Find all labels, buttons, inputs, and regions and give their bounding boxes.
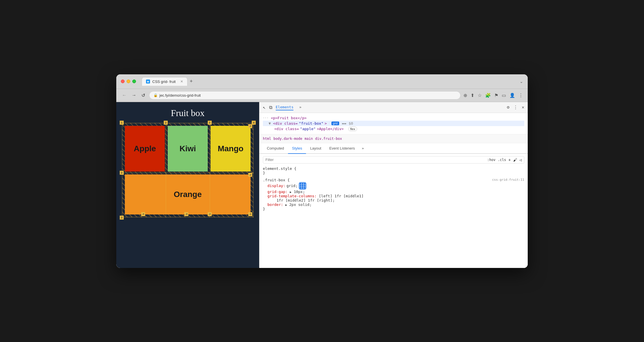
tab-close-button[interactable]: ✕ [180, 79, 183, 83]
expand-arrow[interactable]: ▼ [269, 121, 271, 126]
tab-styles[interactable]: Styles [288, 143, 306, 154]
more-icon[interactable]: ⋮ [513, 105, 518, 110]
display-val: grid; [287, 184, 298, 188]
tab-title: CSS grid- fruit [152, 79, 176, 84]
browser-tab[interactable]: ◉ CSS grid- fruit ✕ [142, 77, 187, 86]
css-rule-element-style: element.style { } [263, 166, 524, 175]
flag-icon[interactable]: ⚑ [494, 93, 498, 98]
flex-badge[interactable]: flex [348, 127, 357, 131]
breadcrumb-body[interactable]: body.dark-mode [273, 137, 302, 141]
grid-num-neg-3: -1 [248, 212, 252, 216]
grid-num-neg-1: -1 [248, 124, 252, 128]
refresh-button[interactable]: ↺ [140, 92, 146, 99]
fruit-box-selector[interactable]: .fruit-box { [263, 178, 290, 182]
css-source-link[interactable]: css-grid-fruit:11 [492, 178, 524, 182]
new-tab-button[interactable]: + [190, 78, 193, 84]
border-val: ▶ 2px solid; [285, 202, 312, 207]
forward-button[interactable]: → [131, 92, 137, 99]
cast-icon[interactable]: ▭ [502, 93, 506, 98]
tab-layout[interactable]: Layout [306, 143, 325, 154]
fruit-grid: Apple Kiwi Mango Orange [122, 123, 253, 217]
html-tree-line-2[interactable]: ▼ <div class= "fruit-box" > grid == $0 [263, 121, 524, 126]
more-options-icon[interactable]: ⋮ [519, 93, 523, 98]
devtools-panel: ↖ ⧉ Elements » ⚙ ⋮ ✕ ··· <p>Fruit box</p… [259, 102, 528, 268]
grid-num-top-2: 2 [164, 121, 168, 125]
css-rule-close: } [263, 171, 524, 175]
cursor-icon[interactable]: ↖ [263, 105, 266, 110]
grid-num-left-3: 3 [120, 216, 124, 220]
css-rule-selector-line: element.style { [263, 166, 524, 171]
share-icon[interactable]: ⬆ [471, 93, 474, 98]
mango-cell: Mango [211, 126, 251, 172]
maximize-button[interactable] [132, 79, 136, 83]
border-prop[interactable]: border: [267, 202, 283, 207]
breadcrumb-fruit-box[interactable]: div.fruit-box [315, 137, 342, 141]
close-button[interactable] [121, 79, 125, 83]
grid-icon [300, 183, 305, 189]
expand-dots[interactable]: ··· [263, 116, 269, 120]
grid-num-left-1: 1 [120, 121, 124, 125]
tab-bar: ◉ CSS grid- fruit ✕ + [142, 77, 327, 86]
breadcrumb-html[interactable]: html [263, 137, 271, 141]
apple-cell: Apple [125, 126, 165, 172]
traffic-lights [121, 79, 136, 83]
p-tag[interactable]: <p>Fruit box</p> [271, 116, 307, 120]
kiwi-cell: Kiwi [168, 126, 208, 172]
grid-template-columns-prop[interactable]: grid-template-columns: [267, 194, 317, 198]
chevron-down-icon[interactable]: ⌄ [520, 79, 523, 84]
grid-num-bottom-neg2: -2 [208, 212, 212, 216]
pseudo-filter-button[interactable]: :hov [487, 158, 495, 162]
grid-gap-val: ▶ 10px; [290, 190, 305, 194]
bookmark-icon[interactable]: ☆ [478, 93, 482, 98]
paint-icon[interactable]: 🖌 [513, 158, 517, 162]
extension-icon[interactable]: 🧩 [485, 93, 491, 98]
grid-wrapper: 1 2 3 4 1 2 3 -1 -2 -1 -4 -3 -2 Apple Ki… [122, 123, 253, 217]
breadcrumbs: html body.dark-mode main div.fruit-box [259, 134, 528, 143]
tab-event-listeners[interactable]: Event Listeners [325, 143, 359, 154]
grid-num-bottom-neg4: -4 [141, 212, 145, 216]
address-icons: ⊕ ⬆ ☆ 🧩 ⚑ ▭ 👤 ⋮ [463, 93, 523, 98]
minimize-button[interactable] [127, 79, 130, 83]
main-content: Fruit box 1 2 3 4 1 [116, 102, 528, 268]
add-style-button[interactable]: + [508, 158, 511, 162]
tab-favicon: ◉ [146, 79, 150, 83]
styles-panel: :hov .cls + 🖌 ◁ element.style { } [259, 154, 528, 268]
zoom-icon[interactable]: ⊕ [463, 93, 467, 98]
dollar-zero: $0 [349, 121, 353, 126]
tab-computed[interactable]: Computed [263, 143, 288, 154]
lock-icon: 🔒 [153, 93, 158, 97]
grid-badge[interactable]: grid [331, 122, 339, 125]
html-tree-line-3: <div class= "apple" >Apple</div> flex [263, 126, 524, 132]
breadcrumb-main[interactable]: main [305, 137, 313, 141]
profile-icon[interactable]: 👤 [509, 93, 515, 98]
grid-inspector-button[interactable] [299, 182, 306, 190]
address-bar: ← → ↺ 🔒 jec.fyi/demo/css-grid-fruit ⊕ ⬆ … [116, 89, 528, 102]
cls-filter-button[interactable]: .cls [498, 158, 506, 162]
grid-num-left-2: 2 [120, 171, 124, 175]
settings-icon[interactable]: ⚙ [507, 105, 509, 110]
devtools-tabs: Elements » [276, 104, 301, 110]
url-bar[interactable]: 🔒 jec.fyi/demo/css-grid-fruit [149, 91, 461, 100]
grid-template-columns-val2: 1fr [middle2] 1fr [right]; [277, 198, 335, 202]
filter-input[interactable] [265, 158, 485, 162]
equals-sign: == [342, 121, 347, 126]
panel-tabs: Computed Styles Layout Event Listeners » [259, 143, 528, 154]
grid-num-top-4: 4 [252, 121, 256, 125]
element-style-selector[interactable]: element.style { [263, 166, 296, 171]
page-title: Fruit box [122, 108, 253, 118]
tab-more[interactable]: » [299, 104, 301, 110]
tab-elements[interactable]: Elements [276, 104, 294, 110]
css-rule-fruit-box: .fruit-box { css-grid-fruit:11 display: … [263, 178, 524, 211]
grid-gap-prop[interactable]: grid-gap: [267, 190, 287, 194]
close-devtools-icon[interactable]: ✕ [522, 105, 524, 110]
div-apple-tag[interactable]: <div class= [274, 127, 299, 131]
div-apple-class: "apple" [300, 127, 316, 131]
html-tree-line-1: ··· <p>Fruit box</p> [263, 115, 524, 121]
layers-icon[interactable]: ⧉ [269, 105, 272, 110]
div-fruit-box-tag[interactable]: <div class= [273, 121, 298, 126]
arrow-left-icon[interactable]: ◁ [519, 158, 522, 162]
tab-more-panels[interactable]: » [359, 143, 367, 153]
back-button[interactable]: ← [121, 92, 128, 99]
browser-window: ◉ CSS grid- fruit ✕ + ⌄ ← → ↺ 🔒 jec.fyi/… [116, 74, 528, 268]
display-prop[interactable]: display: [267, 184, 285, 188]
